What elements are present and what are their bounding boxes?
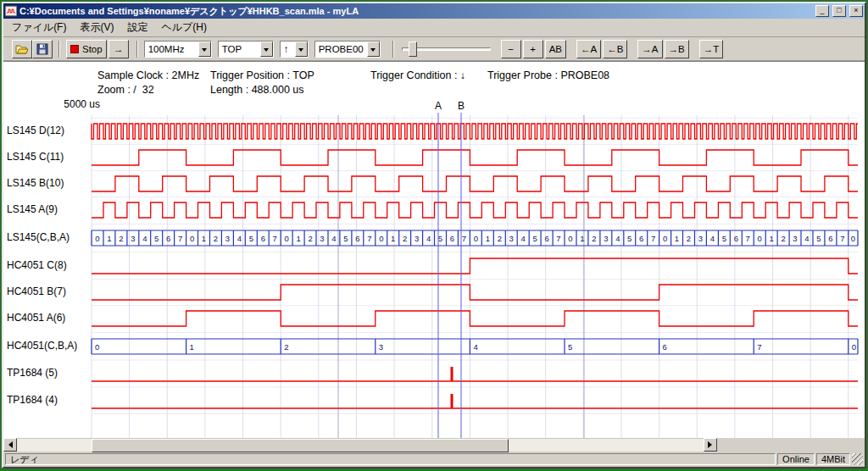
- menu-help[interactable]: ヘルプ(H): [154, 19, 214, 36]
- svg-text:2: 2: [781, 234, 785, 243]
- app-icon: [5, 5, 17, 17]
- waveform-plot[interactable]: 0123456701234567012345670123456701234567…: [3, 111, 865, 438]
- toolbar-separator: [58, 41, 60, 58]
- chevron-down-icon[interactable]: [198, 42, 211, 57]
- svg-text:6: 6: [166, 234, 170, 243]
- zoom-slider[interactable]: [402, 40, 491, 58]
- trigger-edge-value: ↑: [281, 42, 295, 57]
- close-button[interactable]: ×: [849, 5, 863, 17]
- channel-wave-8: 012345670: [92, 339, 858, 354]
- scroll-right-button[interactable]: [704, 438, 717, 452]
- svg-text:1: 1: [580, 234, 584, 243]
- svg-text:2: 2: [592, 234, 596, 243]
- svg-text:6: 6: [734, 234, 738, 243]
- triangle-left-icon: [5, 441, 13, 448]
- svg-text:7: 7: [651, 234, 655, 243]
- svg-text:6: 6: [544, 234, 548, 243]
- svg-text:0: 0: [379, 234, 383, 243]
- open-button[interactable]: [12, 40, 32, 58]
- goto-trigger-button[interactable]: →T: [699, 40, 724, 58]
- svg-text:0: 0: [285, 234, 289, 243]
- channel-wave-2: [92, 176, 858, 191]
- svg-text:4: 4: [426, 234, 431, 243]
- ab-button[interactable]: AB: [545, 40, 566, 58]
- svg-text:1: 1: [296, 234, 300, 243]
- svg-text:5: 5: [532, 234, 537, 243]
- goto-cursor-b-right-button[interactable]: →B: [665, 40, 689, 58]
- trigger-edge-combobox[interactable]: ↑: [280, 41, 309, 58]
- goto-cursor-b-left-button[interactable]: ←B: [603, 40, 627, 58]
- horizontal-scrollbar[interactable]: [3, 438, 865, 452]
- svg-text:5: 5: [154, 234, 159, 243]
- toolbar-separator: [392, 41, 394, 58]
- sample-clock-info: Sample Clock : 2MHz: [97, 69, 199, 81]
- svg-text:7: 7: [178, 234, 182, 243]
- svg-text:3: 3: [379, 342, 383, 352]
- app-window: C:¥Documents and Settings¥noname¥デスクトップ¥…: [2, 2, 866, 468]
- channel-wave-3: [92, 202, 858, 218]
- svg-text:2: 2: [687, 234, 691, 243]
- slider-thumb[interactable]: [409, 42, 417, 57]
- channel-wave-5: [92, 258, 858, 274]
- svg-text:0: 0: [758, 234, 762, 243]
- channel-wave-4: 0123456701234567012345670123456701234567…: [92, 230, 858, 246]
- zoom-in-button[interactable]: +: [523, 40, 543, 58]
- svg-text:6: 6: [639, 234, 643, 243]
- svg-text:4: 4: [237, 234, 242, 243]
- chevron-down-icon[interactable]: [367, 42, 380, 57]
- save-button[interactable]: [32, 40, 53, 58]
- svg-text:3: 3: [604, 234, 608, 243]
- svg-text:1: 1: [769, 234, 773, 243]
- trigger-condition-info: Trigger Condition : ↓: [370, 69, 465, 81]
- svg-text:4: 4: [615, 234, 620, 243]
- menu-settings[interactable]: 設定: [120, 19, 154, 36]
- cursor-b-label[interactable]: B: [455, 100, 467, 112]
- channel-wave-6: [92, 285, 858, 300]
- goto-cursor-a-right-button[interactable]: →A: [637, 40, 662, 58]
- svg-text:5: 5: [343, 234, 348, 243]
- scrollbar-track[interactable]: [17, 438, 704, 452]
- run-button[interactable]: →: [108, 40, 129, 58]
- sample-clock-combobox[interactable]: 100MHz: [144, 41, 212, 58]
- window-title: C:¥Documents and Settings¥noname¥デスクトップ¥…: [19, 5, 812, 18]
- minimize-button[interactable]: _: [815, 5, 829, 17]
- svg-text:3: 3: [131, 234, 135, 243]
- svg-text:2: 2: [498, 234, 502, 243]
- chevron-down-icon[interactable]: [260, 42, 273, 57]
- menu-view[interactable]: 表示(V): [73, 19, 120, 36]
- status-online: Online: [777, 453, 815, 465]
- svg-text:6: 6: [261, 234, 265, 243]
- svg-text:6: 6: [828, 234, 832, 243]
- goto-cursor-a-left-button[interactable]: ←A: [576, 40, 601, 58]
- chevron-down-icon[interactable]: [295, 42, 308, 57]
- trigger-probe-combobox[interactable]: PROBE00: [314, 41, 381, 58]
- svg-text:1: 1: [391, 234, 395, 243]
- svg-text:4: 4: [521, 234, 526, 243]
- scroll-left-button[interactable]: [3, 438, 17, 452]
- svg-text:0: 0: [568, 234, 572, 243]
- svg-text:5: 5: [249, 234, 253, 243]
- svg-text:4: 4: [331, 234, 336, 243]
- scrollbar-thumb[interactable]: [92, 439, 509, 452]
- channel-wave-0: [92, 124, 858, 139]
- svg-text:5: 5: [568, 342, 572, 352]
- menu-file[interactable]: ファイル(F): [5, 19, 73, 36]
- svg-text:3: 3: [225, 234, 230, 243]
- resize-grip[interactable]: [852, 453, 863, 465]
- svg-text:6: 6: [663, 342, 667, 352]
- svg-text:2: 2: [403, 234, 407, 243]
- channel-wave-10: [92, 394, 858, 408]
- stop-button[interactable]: Stop: [66, 40, 107, 58]
- maximize-button[interactable]: □: [832, 5, 846, 17]
- channel-wave-1: [92, 150, 858, 165]
- trigger-position-info: Trigger Position : TOP: [210, 69, 314, 81]
- svg-text:1: 1: [486, 234, 490, 243]
- trigger-position-combobox[interactable]: TOP: [218, 41, 274, 58]
- status-bar: レディ Online 4MBit: [3, 452, 865, 467]
- svg-text:4: 4: [473, 342, 477, 352]
- cursor-a-label[interactable]: A: [432, 100, 444, 112]
- svg-text:3: 3: [793, 234, 797, 243]
- zoom-out-button[interactable]: −: [501, 40, 521, 58]
- title-bar[interactable]: C:¥Documents and Settings¥noname¥デスクトップ¥…: [3, 3, 865, 19]
- svg-text:5: 5: [816, 234, 821, 243]
